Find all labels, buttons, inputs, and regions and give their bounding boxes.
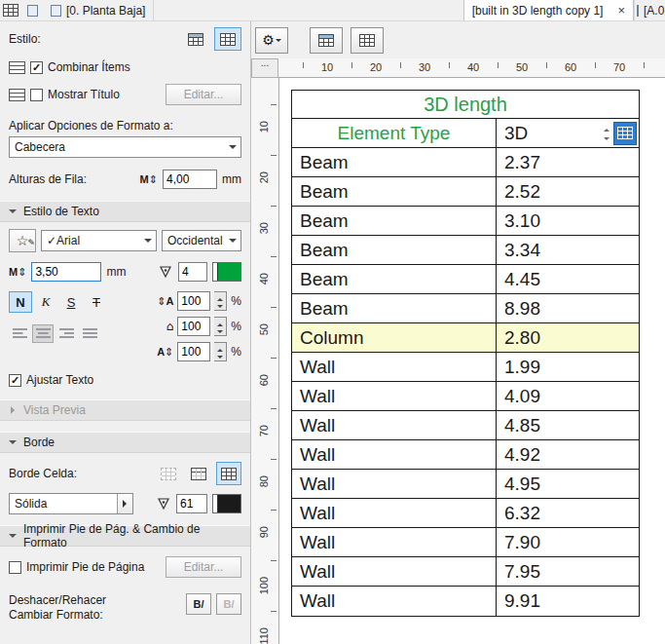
border-none-button[interactable]: [156, 462, 181, 485]
cell-element-type[interactable]: Beam: [292, 265, 497, 293]
align-left-button[interactable]: [9, 324, 30, 343]
new-tab-button[interactable]: [21, 0, 43, 20]
cell-element-type[interactable]: Beam: [292, 148, 497, 176]
border-color-swatch[interactable]: [212, 494, 241, 513]
cell-3d-value[interactable]: 9.91: [497, 587, 639, 616]
table-row[interactable]: Wall 6.32: [292, 499, 639, 528]
cell-3d-value[interactable]: 3.34: [497, 236, 639, 264]
strikethrough-button[interactable]: T: [85, 291, 108, 313]
table-row[interactable]: Wall 1.99: [292, 353, 639, 382]
table-row[interactable]: Wall 7.90: [292, 528, 639, 557]
cell-element-type[interactable]: Wall: [292, 557, 497, 586]
apply-format-select[interactable]: Cabecera: [9, 136, 241, 158]
row-height-input[interactable]: [163, 170, 217, 189]
align-right-button[interactable]: [55, 324, 77, 343]
preview-section-header[interactable]: Vista Previa: [0, 399, 250, 421]
cell-element-type[interactable]: Wall: [292, 440, 497, 469]
cell-element-type[interactable]: Beam: [292, 207, 497, 235]
cell-element-type[interactable]: Beam: [292, 236, 497, 264]
column-header-element-type[interactable]: Element Type: [292, 119, 497, 147]
cell-3d-value[interactable]: 1.99: [497, 353, 639, 381]
underline-button[interactable]: S: [59, 291, 83, 313]
cell-3d-value[interactable]: 7.90: [497, 528, 639, 556]
cell-element-type[interactable]: Wall: [292, 470, 497, 498]
schedule-canvas[interactable]: 3D length Element Type 3D Beam 2.37 Beam…: [279, 78, 665, 644]
table-style-compact-button[interactable]: [182, 27, 209, 51]
text-style-section-header[interactable]: Estilo de Texto: [0, 201, 250, 222]
cell-element-type[interactable]: Beam: [292, 294, 497, 322]
line-spacing-spinner[interactable]: [214, 291, 227, 311]
font-select[interactable]: ✓Arial: [41, 230, 157, 251]
cell-3d-value[interactable]: 4.85: [497, 411, 639, 439]
table-row[interactable]: Column 2.80: [292, 323, 639, 353]
table-row[interactable]: Beam 2.52: [292, 177, 639, 207]
print-footer-checkbox[interactable]: [9, 561, 21, 574]
column-settings-button[interactable]: [613, 122, 637, 145]
ruler-options-button[interactable]: ...: [251, 58, 278, 78]
text-color-swatch[interactable]: [212, 262, 241, 282]
border-horizontal-button[interactable]: [186, 462, 211, 485]
border-all-button[interactable]: [216, 462, 241, 485]
close-icon[interactable]: ×: [617, 4, 625, 17]
cell-3d-value[interactable]: 3.10: [497, 207, 639, 235]
cell-3d-value[interactable]: 2.80: [497, 323, 639, 352]
table-row[interactable]: Wall 4.92: [292, 440, 639, 470]
cell-element-type[interactable]: Wall: [292, 528, 497, 556]
align-justify-button[interactable]: [79, 324, 100, 343]
bold-button[interactable]: N: [9, 291, 32, 313]
table-row[interactable]: Beam 8.98: [292, 294, 639, 323]
cell-3d-value[interactable]: 2.52: [497, 177, 639, 206]
cell-3d-value[interactable]: 7.95: [497, 557, 639, 586]
column-header-3d[interactable]: 3D: [497, 119, 639, 147]
cell-3d-value[interactable]: 4.09: [497, 382, 639, 410]
restructure-table-button[interactable]: [310, 27, 343, 54]
edit-footer-button[interactable]: Editar...: [166, 556, 241, 578]
text-pen-input[interactable]: [178, 262, 207, 282]
table-row[interactable]: Wall 7.95: [292, 557, 639, 587]
scheme-settings-button[interactable]: ⚙: [255, 27, 288, 54]
align-center-button[interactable]: [32, 324, 54, 343]
edit-title-button[interactable]: Editar...: [166, 84, 241, 105]
table-row[interactable]: Beam 4.45: [292, 265, 639, 294]
text-size-input[interactable]: [31, 262, 101, 282]
char-width-input[interactable]: [177, 317, 210, 336]
script-select[interactable]: Occidental: [162, 230, 241, 251]
cell-3d-value[interactable]: 4.45: [497, 265, 639, 293]
border-section-header[interactable]: Borde: [0, 432, 250, 453]
char-width-spinner[interactable]: [214, 317, 227, 336]
undo-format-button[interactable]: B/: [186, 593, 211, 615]
tab-layout-a01[interactable]: [A.01: [634, 0, 665, 20]
table-row[interactable]: Wall 9.91: [292, 587, 639, 616]
cell-3d-value[interactable]: 4.95: [497, 470, 639, 498]
favorites-button[interactable]: ☆✎: [9, 229, 36, 252]
cell-element-type[interactable]: Wall: [292, 499, 497, 527]
table-row[interactable]: Beam 2.37: [292, 148, 639, 177]
table-row[interactable]: Beam 3.10: [292, 207, 639, 236]
table-row[interactable]: Wall 4.09: [292, 382, 639, 411]
cell-3d-value[interactable]: 6.32: [497, 499, 639, 527]
cell-3d-value[interactable]: 8.98: [497, 294, 639, 322]
border-type-select[interactable]: Sólida: [9, 493, 133, 514]
cell-element-type[interactable]: Wall: [292, 411, 497, 439]
cell-element-type[interactable]: Wall: [292, 353, 497, 381]
table-row[interactable]: Wall 4.95: [292, 470, 639, 499]
table-style-full-button[interactable]: [214, 27, 241, 51]
table-row[interactable]: Beam 3.34: [292, 236, 639, 265]
show-title-checkbox[interactable]: [30, 89, 43, 101]
redo-format-button[interactable]: B/: [216, 593, 241, 615]
table-options-button[interactable]: [351, 27, 384, 54]
cell-element-type[interactable]: Column: [292, 323, 497, 352]
cell-element-type[interactable]: Wall: [292, 587, 497, 616]
column-sort-spinner[interactable]: [602, 122, 613, 145]
cell-element-type[interactable]: Wall: [292, 382, 497, 410]
quick-options-button[interactable]: [0, 0, 21, 20]
line-spacing-input[interactable]: [177, 291, 210, 311]
italic-button[interactable]: K: [34, 291, 57, 313]
cell-3d-value[interactable]: 4.92: [497, 440, 639, 469]
tab-planta-baja[interactable]: [0. Planta Baja]: [43, 0, 154, 20]
cell-element-type[interactable]: Beam: [292, 177, 497, 206]
char-spacing-spinner[interactable]: [214, 342, 227, 361]
footer-section-header[interactable]: Imprimir Pie de Pág. & Cambio de Formato: [0, 525, 250, 547]
wrap-text-checkbox[interactable]: ✓: [9, 374, 21, 387]
table-title[interactable]: 3D length: [292, 91, 639, 119]
